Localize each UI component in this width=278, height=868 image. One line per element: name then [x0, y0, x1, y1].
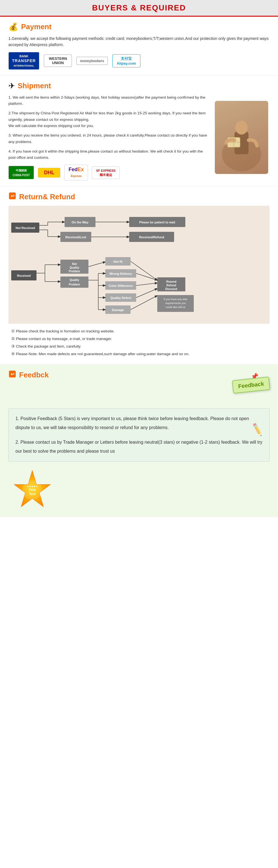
page-header: BUYERS & REQUIRED [0, 0, 278, 17]
page-title: BUYERS & REQUIRED [0, 3, 278, 12]
dhl-logo: DHL [38, 168, 60, 178]
feedback-tag: Feedback [232, 376, 270, 394]
svg-line-23 [89, 262, 105, 267]
refund-notes: ① Please check the tracking in formation… [8, 328, 270, 358]
refund-section: ↩ Return& Refund Not Received [0, 186, 278, 365]
received-refund-label: Received/Refund [139, 236, 164, 239]
feedback-icon: ↩ [8, 370, 16, 380]
wrong-delivery-label: Wrong Delivery [109, 272, 132, 275]
payment-description: 1.Generally, we accept the following pay… [8, 35, 270, 48]
received-lost-label: Received/Lost [65, 236, 86, 239]
svg-text:Discount: Discount [165, 287, 177, 290]
svg-text:Problem: Problem [69, 283, 80, 286]
svg-point-2 [235, 121, 248, 134]
payment-icon: 💰 [8, 22, 18, 31]
svg-text:↩: ↩ [11, 372, 14, 376]
star-badge-svg: ★★★★★ Your Text [11, 469, 54, 511]
svg-text:↩: ↩ [11, 194, 14, 198]
not-received-label: Not Received [15, 226, 35, 229]
bottom-badge-row: ★★★★★ Your Text [8, 466, 270, 511]
chinapost-logo: 中国邮政CHINA POST [8, 166, 34, 179]
refund-title-row: ↩ Return& Refund [8, 192, 270, 202]
svg-text:If you have any else: If you have any else [164, 298, 187, 301]
received-label: Received [17, 274, 31, 277]
bank-transfer-logo: BANKTRANSFERINTERNATIONAL [8, 52, 39, 70]
star-badge-container: ★★★★★ Your Text [11, 469, 54, 511]
shipment-title-row: ✈ Shipment [8, 81, 270, 91]
shipment-text-column: 1. We will sent the items within 2-5days… [8, 94, 209, 180]
svg-text:Quality: Quality [70, 278, 79, 282]
svg-text:Quality: Quality [70, 266, 79, 269]
feedback-header-row: ↩ Feedbck 📌 Feedback [8, 370, 270, 404]
flowchart-wrapper: Not Received On the Way Please be patien… [8, 206, 270, 324]
quality-defect-label: Quality Defect [110, 296, 131, 300]
ship-para-3: 3. When you receive the items you ordere… [8, 132, 209, 145]
on-the-way-label: On the Way [72, 221, 89, 224]
shipment-body: 1. We will sent the items within 2-5days… [8, 94, 270, 180]
feedback-content-box: ✏️ 1. Positive Feedback (5 Stars) is ver… [8, 408, 270, 462]
ship-para-4: 4. If you have not got it within the shi… [8, 148, 209, 161]
svg-text:Text: Text [29, 492, 36, 496]
svg-text:requirements you: requirements you [165, 302, 186, 305]
moneybookers-logo: moneybookers [76, 57, 108, 65]
svg-line-34 [136, 288, 157, 298]
alipay-logo: 支付宝Alipay.com [112, 54, 140, 67]
svg-text:★★★★★: ★★★★★ [27, 485, 38, 488]
feedback-title: Feedbck [19, 371, 49, 379]
carrier-logos-row: 中国邮政CHINA POST DHL FedEx Express SF EXPR… [8, 165, 209, 180]
ship-para-1: 1. We will sent the items within 2-5days… [8, 94, 209, 107]
svg-text:Resend: Resend [166, 280, 176, 283]
refund-icon: ↩ [8, 192, 16, 202]
flowchart-svg: Not Received On the Way Please be patien… [8, 206, 272, 324]
color-diff-label: Color Difference [109, 284, 133, 287]
svg-text:Refund: Refund [167, 284, 176, 287]
payment-logos-row: BANKTRANSFERINTERNATIONAL WESTERNUNION m… [8, 52, 270, 70]
sf-express-logo: SF EXPRESS顺丰速运 [92, 166, 119, 179]
payment-title-row: 💰 Payment [8, 22, 270, 31]
refund-note-2: ② Please contact us by meesage, e-mail, … [11, 336, 267, 342]
svg-text:Problem: Problem [69, 270, 80, 273]
please-wait-label: Please be patient to wait [139, 221, 175, 224]
feedback-tag-label: Feedback [238, 380, 264, 390]
quality-problem-box [60, 277, 89, 288]
svg-text:Your: Your [29, 488, 36, 492]
not-fit-label: Not fit [113, 260, 123, 263]
svg-line-33 [136, 283, 157, 285]
shipment-icon: ✈ [8, 81, 15, 91]
damage-label: Damage [112, 308, 124, 312]
payment-section: 💰 Payment 1.Generally, we accept the fol… [0, 17, 278, 75]
svg-text:Not: Not [72, 262, 77, 266]
shipment-title: Shipment [18, 82, 51, 90]
delivery-person-svg [219, 104, 264, 171]
svg-text:could also tell us: could also tell us [166, 305, 185, 309]
feedback-title-row: ↩ Feedbck [8, 370, 49, 380]
western-union-logo: WESTERNUNION [44, 55, 72, 67]
payment-title: Payment [21, 23, 51, 31]
shipment-section: ✈ Shipment 1. We will sent the items wit… [0, 75, 278, 186]
refund-title: Return& Refund [19, 192, 75, 201]
svg-line-32 [136, 273, 157, 280]
fedex-logo: FedEx Express [64, 165, 88, 180]
ship-para-2: 2.The shipment by China Post Registered … [8, 110, 209, 129]
feedback-para-2: 2. Please contact us by Trade Manager or… [15, 438, 263, 456]
refund-note-3: ③ Check the package and Item, carefully. [11, 343, 267, 350]
shipment-image-column [213, 94, 270, 180]
refund-note-4: ④ Please Note: Men made defects are not … [11, 351, 267, 358]
feedback-para-1: 1. Positive Feedback (5 Stars) is very i… [15, 414, 263, 432]
feedback-section: ↩ Feedbck 📌 Feedback ✏️ 1. Positive Feed… [0, 365, 278, 517]
feedback-visual: 📌 Feedback [208, 370, 270, 404]
refund-note-1: ① Please check the tracking in formation… [11, 328, 267, 335]
